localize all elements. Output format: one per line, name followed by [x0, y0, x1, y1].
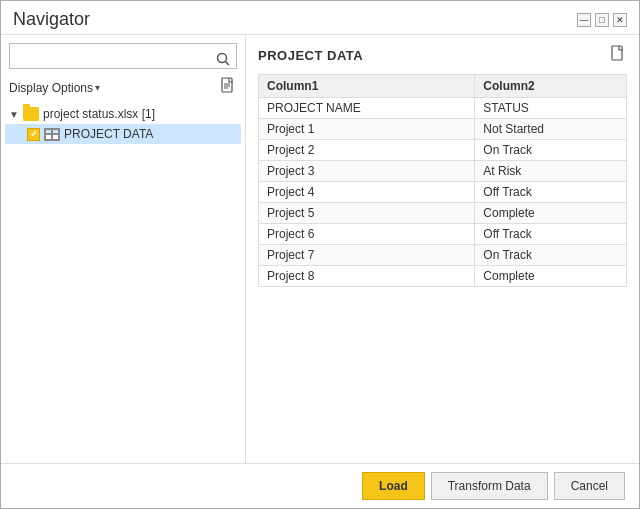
table-cell-5-1: Complete — [475, 203, 627, 224]
tree-item-label: PROJECT DATA — [64, 127, 153, 141]
load-button[interactable]: Load — [362, 472, 425, 500]
table-cell-7-0: Project 7 — [259, 245, 475, 266]
title-bar: Navigator — □ ✕ — [1, 1, 639, 34]
transform-data-button[interactable]: Transform Data — [431, 472, 548, 500]
window-title: Navigator — [13, 9, 90, 30]
table-header-row: Column1 Column2 — [259, 75, 627, 98]
table-row: Project 4Off Track — [259, 182, 627, 203]
table-cell-8-0: Project 8 — [259, 266, 475, 287]
search-input[interactable] — [9, 43, 237, 69]
display-options-button[interactable]: Display Options ▾ — [9, 81, 100, 95]
table-icon — [44, 128, 60, 141]
left-panel: Display Options ▾ — [1, 35, 246, 463]
preview-file-icon[interactable] — [611, 45, 627, 66]
svg-point-0 — [218, 54, 227, 63]
title-bar-controls: — □ ✕ — [577, 13, 627, 27]
maximize-button[interactable]: □ — [595, 13, 609, 27]
display-options-arrow-icon: ▾ — [95, 82, 100, 93]
display-options-row: Display Options ▾ — [1, 75, 245, 104]
search-icon — [216, 52, 230, 66]
svg-line-1 — [226, 62, 230, 66]
table-cell-2-1: On Track — [475, 140, 627, 161]
close-button[interactable]: ✕ — [613, 13, 627, 27]
table-cell-8-1: Complete — [475, 266, 627, 287]
table-cell-2-0: Project 2 — [259, 140, 475, 161]
table-cell-3-0: Project 3 — [259, 161, 475, 182]
tree-item-project-data[interactable]: PROJECT DATA — [5, 124, 241, 144]
table-cell-1-0: Project 1 — [259, 119, 475, 140]
table-cell-4-1: Off Track — [475, 182, 627, 203]
svg-rect-6 — [612, 46, 622, 60]
table-cell-6-0: Project 6 — [259, 224, 475, 245]
minimize-button[interactable]: — — [577, 13, 591, 27]
table-row: Project 8Complete — [259, 266, 627, 287]
footer: Load Transform Data Cancel — [1, 463, 639, 508]
search-icon-button[interactable] — [213, 49, 233, 69]
col-header-1: Column1 — [259, 75, 475, 98]
table-row: Project 1Not Started — [259, 119, 627, 140]
folder-icon — [23, 107, 39, 121]
preview-header: PROJECT DATA — [258, 45, 627, 66]
table-cell-4-0: Project 4 — [259, 182, 475, 203]
svg-rect-2 — [222, 78, 232, 92]
cancel-button[interactable]: Cancel — [554, 472, 625, 500]
preview-title: PROJECT DATA — [258, 48, 363, 63]
table-row: PROJECT NAMESTATUS — [259, 98, 627, 119]
table-body: PROJECT NAMESTATUSProject 1Not StartedPr… — [259, 98, 627, 287]
display-options-label-text: Display Options — [9, 81, 93, 95]
folder-label: project status.xlsx [1] — [43, 107, 155, 121]
search-box-wrapper — [1, 43, 245, 75]
navigator-window: Navigator — □ ✕ Displa — [0, 0, 640, 509]
folder-expand-icon: ▼ — [9, 109, 19, 120]
table-cell-3-1: At Risk — [475, 161, 627, 182]
main-content: Display Options ▾ — [1, 34, 639, 463]
right-panel: PROJECT DATA Column1 Column2 PROJECT NA — [246, 35, 639, 463]
col-header-2: Column2 — [475, 75, 627, 98]
table-row: Project 7On Track — [259, 245, 627, 266]
table-cell-6-1: Off Track — [475, 224, 627, 245]
table-cell-0-1: STATUS — [475, 98, 627, 119]
table-cell-5-0: Project 5 — [259, 203, 475, 224]
table-row: Project 3At Risk — [259, 161, 627, 182]
display-options-file-icon[interactable] — [221, 77, 237, 98]
table-row: Project 2On Track — [259, 140, 627, 161]
table-cell-0-0: PROJECT NAME — [259, 98, 475, 119]
data-table: Column1 Column2 PROJECT NAMESTATUSProjec… — [258, 74, 627, 287]
tree-area: ▼ project status.xlsx [1] PROJECT DATA — [1, 104, 245, 455]
table-row: Project 6Off Track — [259, 224, 627, 245]
table-cell-7-1: On Track — [475, 245, 627, 266]
tree-folder-item[interactable]: ▼ project status.xlsx [1] — [5, 104, 241, 124]
table-row: Project 5Complete — [259, 203, 627, 224]
tree-item-checkbox[interactable] — [27, 128, 40, 141]
table-cell-1-1: Not Started — [475, 119, 627, 140]
